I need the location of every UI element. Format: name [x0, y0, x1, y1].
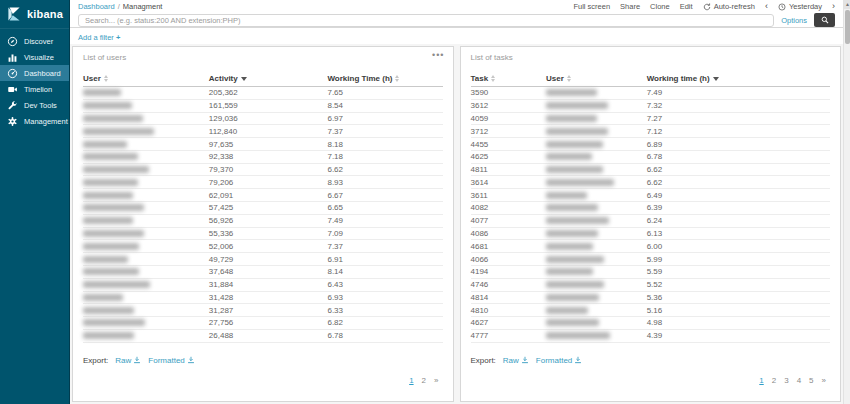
search-button[interactable]	[814, 13, 835, 27]
redacted-user-cell	[83, 138, 209, 151]
column-header-user[interactable]: User	[546, 73, 647, 87]
vertical-scrollbar[interactable]: ▲	[843, 0, 850, 404]
time-picker[interactable]: Yesterday	[778, 2, 822, 11]
redacted-user-cell	[83, 99, 209, 112]
breadcrumb-current: Managment	[123, 2, 163, 11]
redacted-user-cell	[546, 304, 647, 317]
blurred-username	[83, 243, 139, 250]
blurred-username	[83, 319, 145, 326]
export-formatted-link[interactable]: Formatted	[148, 356, 194, 365]
magnifier-icon	[821, 16, 829, 24]
clone-button[interactable]: Clone	[650, 2, 670, 11]
table-cell: 3612	[471, 99, 546, 112]
sidebar-item-timelion[interactable]: Timelion	[0, 81, 69, 97]
export-formatted-link[interactable]: Formatted	[536, 356, 582, 365]
kibana-logo[interactable]: kibana	[0, 0, 69, 29]
table-cell: 6.78	[327, 329, 442, 342]
blurred-username	[83, 307, 134, 314]
page-link-3[interactable]: 3	[784, 376, 788, 385]
redacted-user-cell	[546, 317, 647, 330]
table-cell: 31,287	[209, 304, 328, 317]
auto-refresh-button[interactable]: Auto-refresh	[703, 2, 755, 11]
redacted-user-cell	[83, 329, 209, 342]
table-row: 36116.49	[471, 189, 831, 202]
table-row: 37,6488.14	[83, 265, 443, 278]
time-prev-icon[interactable]: ‹	[765, 2, 768, 11]
table-cell: 6.65	[327, 202, 442, 215]
options-link[interactable]: Options	[781, 16, 807, 25]
edit-button[interactable]: Edit	[680, 2, 693, 11]
download-icon	[574, 356, 582, 364]
table-row: 46256.78	[471, 150, 831, 163]
column-header-working-time-h-[interactable]: Working time (h)	[647, 73, 830, 87]
redacted-user-cell	[546, 278, 647, 291]
redacted-user-cell	[546, 253, 647, 266]
sidebar-item-dev-tools[interactable]: Dev Tools	[0, 97, 69, 113]
time-next-icon[interactable]: ›	[832, 2, 835, 11]
table-cell: 7.49	[327, 214, 442, 227]
full-screen-button[interactable]: Full screen	[573, 2, 610, 11]
search-input[interactable]	[78, 14, 774, 27]
download-icon	[133, 356, 141, 364]
clock-icon	[778, 3, 786, 11]
column-header-working-time-h-[interactable]: Working Time (h)	[327, 73, 442, 87]
sidebar-item-dashboard[interactable]: Dashboard	[0, 65, 69, 81]
page-link-1[interactable]: 1	[409, 376, 413, 385]
redacted-user-cell	[546, 202, 647, 215]
table-row: 31,4286.93	[83, 291, 443, 304]
page-link-4[interactable]: 4	[797, 376, 801, 385]
redacted-user-cell	[83, 240, 209, 253]
table-row: 79,2068.93	[83, 176, 443, 189]
redacted-user-cell	[546, 150, 647, 163]
sort-icon	[567, 75, 571, 82]
pagination: 12»	[83, 376, 443, 385]
sidebar-item-management[interactable]: Management	[0, 113, 69, 129]
blurred-username	[546, 179, 614, 186]
redacted-user-cell	[83, 125, 209, 138]
redacted-user-cell	[83, 253, 209, 266]
table-cell: 3614	[471, 176, 546, 189]
redacted-user-cell	[83, 227, 209, 240]
table-cell: 6.97	[327, 112, 442, 125]
export-raw-link[interactable]: Raw	[503, 356, 529, 365]
column-header-activity[interactable]: Activity	[209, 73, 328, 87]
blurred-username	[83, 128, 154, 135]
next-page-link[interactable]: »	[822, 376, 826, 385]
redacted-user-cell	[546, 291, 647, 304]
plus-icon: +	[116, 33, 120, 42]
table-row: 57,4256.65	[83, 202, 443, 215]
sidebar-item-label: Dashboard	[24, 69, 61, 78]
action-label: Edit	[680, 2, 693, 11]
export-raw-link[interactable]: Raw	[115, 356, 141, 365]
share-button[interactable]: Share	[620, 2, 640, 11]
blurred-username	[546, 153, 592, 160]
table-cell: 5.59	[647, 265, 830, 278]
sidebar-item-visualize[interactable]: Visualize	[0, 49, 69, 65]
table-cell: 92,338	[209, 150, 328, 163]
page-link-2[interactable]: 2	[422, 376, 426, 385]
page-link-5[interactable]: 5	[809, 376, 813, 385]
add-filter-link[interactable]: Add a filter +	[78, 33, 120, 42]
table-cell: 79,370	[209, 163, 328, 176]
column-header-user[interactable]: User	[83, 73, 209, 87]
sort-desc-icon	[713, 77, 719, 81]
page-link-1[interactable]: 1	[759, 376, 763, 385]
bar-chart-icon	[7, 52, 18, 63]
next-page-link[interactable]: »	[434, 376, 438, 385]
breadcrumb-dashboard-link[interactable]: Dashboard	[78, 2, 115, 11]
scrollbar-thumb[interactable]	[845, 10, 850, 44]
table-cell: 8.14	[327, 265, 442, 278]
table-row: 41945.59	[471, 265, 831, 278]
panel-options-icon[interactable]: •••	[432, 51, 444, 60]
blurred-username	[546, 204, 598, 211]
table-row: 55,3367.09	[83, 227, 443, 240]
table-cell: 5.52	[647, 278, 830, 291]
scroll-up-icon[interactable]: ▲	[844, 0, 850, 9]
column-header-task[interactable]: Task	[471, 73, 546, 87]
redacted-user-cell	[83, 278, 209, 291]
export-label: Export:	[471, 356, 496, 365]
sidebar-item-discover[interactable]: Discover	[0, 33, 69, 49]
page-link-2[interactable]: 2	[772, 376, 776, 385]
redacted-user-cell	[546, 138, 647, 151]
sidebar-item-label: Timelion	[24, 85, 52, 94]
